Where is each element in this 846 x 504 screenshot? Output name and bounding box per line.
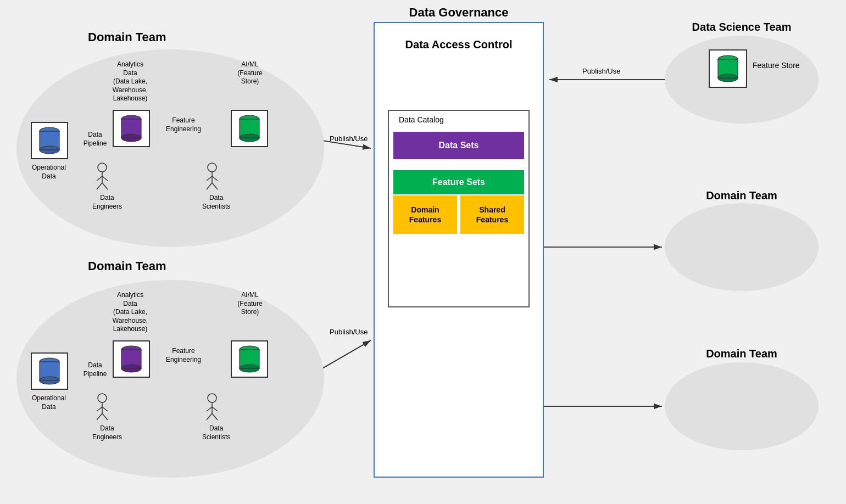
domain-team-right-bot-ellipse (665, 362, 819, 450)
svg-line-13 (319, 340, 371, 371)
aiml-box-top (231, 110, 268, 147)
scientists-label-bottom: DataScientists (202, 424, 230, 441)
svg-line-12 (319, 340, 371, 371)
svg-line-42 (207, 183, 212, 189)
access-control-title: Data Access Control (379, 38, 538, 51)
svg-line-35 (102, 176, 108, 181)
governance-title: Data Governance (396, 5, 522, 20)
engineers-label-bottom: DataEngineers (92, 424, 122, 441)
datasets-bar-text: Data Sets (439, 141, 479, 150)
svg-line-34 (97, 176, 102, 181)
analytics-data-box-bottom (113, 340, 150, 378)
data-engineers-bottom: DataEngineers (92, 393, 122, 441)
data-science-team-label: Data Science Team (665, 21, 819, 33)
domain-team-right-bot-label: Domain Team (667, 348, 816, 360)
scientists-label-top: DataScientists (202, 194, 230, 211)
data-pipeline-bottom-label: DataPipeline (81, 361, 109, 378)
domain-team-right-mid-ellipse (665, 203, 819, 291)
feature-store-box-right (709, 49, 747, 88)
publish-use-right-label: Publish/Use (582, 67, 620, 75)
data-catalog-label: Data Catalog (399, 115, 444, 124)
svg-point-32 (98, 163, 107, 172)
aiml-label-top: AI/ML(FeatureStore) (225, 60, 275, 86)
publish-use-bottom-label: Publish/Use (330, 328, 368, 336)
feature-eng-top-label: FeatureEngineering (162, 116, 205, 133)
svg-line-64 (207, 407, 212, 411)
svg-line-66 (207, 413, 212, 420)
engineers-label-top: DataEngineers (92, 194, 122, 211)
svg-line-61 (102, 413, 108, 420)
svg-line-41 (212, 176, 218, 181)
aiml-label-bottom: AI/ML(FeatureStore) (225, 291, 275, 317)
publish-use-top-label: Publish/Use (330, 135, 368, 143)
svg-point-62 (208, 394, 216, 402)
domain-team-right-mid-label: Domain Team (667, 189, 816, 202)
svg-line-36 (97, 183, 102, 189)
svg-line-67 (212, 413, 218, 420)
aiml-box-bottom (231, 340, 268, 378)
operational-data-box-bottom (31, 352, 68, 390)
shared-features-box: SharedFeatures (460, 195, 524, 234)
svg-point-56 (98, 394, 107, 402)
svg-point-38 (208, 163, 216, 172)
shared-features-text: SharedFeatures (476, 205, 508, 225)
feature-eng-bottom-label: FeatureEngineering (162, 347, 205, 364)
op-data-top-label: Operational Data (24, 164, 74, 181)
datasets-bar: Data Sets (393, 132, 524, 159)
domain-features-box: DomainFeatures (393, 195, 457, 234)
data-engineers-top: DataEngineers (92, 162, 122, 211)
data-scientists-top: DataScientists (202, 162, 230, 211)
svg-line-58 (97, 407, 102, 411)
diagram-container: Domain Team Operational Data Data Pipeli… (0, 0, 846, 504)
data-scientists-bottom: DataScientists (202, 393, 230, 441)
svg-line-37 (102, 183, 108, 189)
analytics-label-top: AnalyticsData(Data Lake,Warehouse,Lakeho… (105, 60, 155, 103)
svg-line-60 (97, 413, 102, 420)
domain-team-bottom-label: Domain Team (88, 259, 166, 273)
svg-line-65 (212, 407, 218, 411)
analytics-label-bottom: AnalyticsData(Data Lake,Warehouse,Lakeho… (105, 291, 155, 334)
feature-sets-bar: Feature Sets (393, 170, 524, 194)
domain-features-text: DomainFeatures (409, 205, 441, 225)
domain-team-top-label: Domain Team (88, 30, 166, 44)
analytics-data-box-top (113, 110, 150, 147)
op-data-bottom-label: OperationalData (24, 394, 74, 411)
svg-line-43 (212, 183, 218, 189)
feature-sets-text: Feature Sets (432, 177, 485, 187)
feature-store-label-right: Feature Store (753, 60, 800, 71)
data-pipeline-top-label: Data Pipeline (81, 131, 109, 148)
svg-line-40 (207, 176, 212, 181)
operational-data-box-top (31, 122, 68, 159)
svg-line-59 (102, 407, 108, 411)
